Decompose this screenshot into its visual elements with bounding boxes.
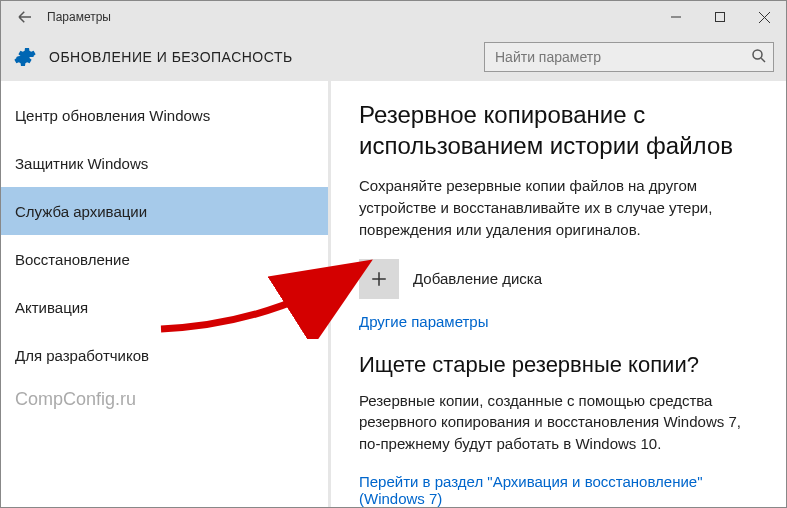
sidebar-item-backup[interactable]: Служба архивации: [1, 187, 328, 235]
page-heading: Резервное копирование с использованием и…: [359, 99, 764, 161]
svg-point-4: [753, 50, 762, 59]
page-description: Сохраняйте резервные копии файлов на дру…: [359, 175, 764, 240]
sidebar-item-defender[interactable]: Защитник Windows: [1, 139, 328, 187]
maximize-button[interactable]: [698, 1, 742, 33]
sidebar-item-label: Для разработчиков: [15, 347, 149, 364]
sidebar: Центр обновления Windows Защитник Window…: [1, 81, 331, 507]
window-title: Параметры: [47, 10, 111, 24]
sidebar-item-label: Восстановление: [15, 251, 130, 268]
sidebar-item-activation[interactable]: Активация: [1, 283, 328, 331]
secondary-heading: Ищете старые резервные копии?: [359, 352, 764, 378]
add-drive-row: Добавление диска: [359, 259, 764, 299]
window-controls: [654, 1, 786, 33]
minimize-button[interactable]: [654, 1, 698, 33]
more-options-link[interactable]: Другие параметры: [359, 313, 764, 330]
arrow-left-icon: [16, 8, 34, 26]
sidebar-item-label: Активация: [15, 299, 88, 316]
body: Центр обновления Windows Защитник Window…: [1, 81, 786, 507]
add-drive-label: Добавление диска: [413, 270, 542, 287]
win7-backup-link[interactable]: Перейти в раздел "Архивация и восстановл…: [359, 473, 764, 507]
titlebar: Параметры: [1, 1, 786, 33]
back-button[interactable]: [9, 1, 41, 33]
section-title: ОБНОВЛЕНИЕ И БЕЗОПАСНОСТЬ: [49, 49, 293, 65]
search-icon[interactable]: [750, 47, 768, 69]
search-wrap: [484, 42, 774, 72]
sidebar-item-windows-update[interactable]: Центр обновления Windows: [1, 91, 328, 139]
close-button[interactable]: [742, 1, 786, 33]
settings-gear-icon: [13, 45, 37, 69]
sidebar-item-recovery[interactable]: Восстановление: [1, 235, 328, 283]
plus-icon: [370, 270, 388, 288]
minimize-icon: [671, 12, 681, 22]
svg-rect-1: [716, 13, 725, 22]
sidebar-item-label: Защитник Windows: [15, 155, 148, 172]
sidebar-item-label: Центр обновления Windows: [15, 107, 210, 124]
maximize-icon: [715, 12, 725, 22]
svg-line-5: [761, 58, 765, 62]
add-drive-button[interactable]: [359, 259, 399, 299]
sidebar-item-developers[interactable]: Для разработчиков: [1, 331, 328, 379]
search-input[interactable]: [484, 42, 774, 72]
secondary-description: Резервные копии, созданные с помощью сре…: [359, 390, 764, 455]
header-row: ОБНОВЛЕНИЕ И БЕЗОПАСНОСТЬ: [1, 33, 786, 81]
close-icon: [759, 12, 770, 23]
sidebar-item-label: Служба архивации: [15, 203, 147, 220]
main-content: Резервное копирование с использованием и…: [331, 81, 786, 507]
watermark: CompConfig.ru: [1, 389, 328, 410]
